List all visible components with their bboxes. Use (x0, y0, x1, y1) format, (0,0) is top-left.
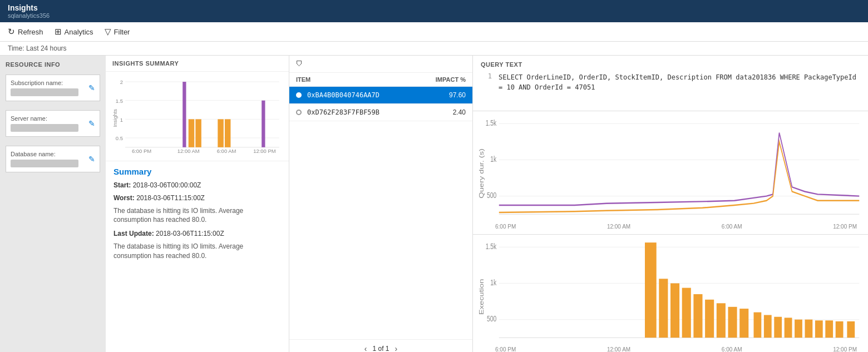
execution-chart-svg: 1.5k 1k 500 Execution (479, 238, 862, 347)
filter-icon: ▽ (105, 27, 111, 37)
svg-rect-40 (693, 294, 702, 338)
database-field: Database name: ✎ (6, 146, 100, 172)
insights-chart: 2 1.5 1 0.5 Insights (106, 72, 289, 161)
svg-text:Query dur. (s): Query dur. (s) (479, 148, 485, 199)
svg-text:1.5: 1.5 (116, 98, 123, 104)
svg-text:Execution: Execution (479, 279, 485, 314)
refresh-icon: ↻ (8, 27, 15, 37)
summary-worst: Worst: 2018-03-06T11:15:00Z (114, 194, 281, 203)
insights-chart-svg: 2 1.5 1 0.5 Insights (112, 76, 282, 154)
svg-rect-37 (659, 279, 668, 338)
query-line-num: 1 (481, 72, 492, 92)
duration-chart-x-labels: 6:00 PM 12:00 AM 6:00 AM 12:00 PM (479, 224, 862, 231)
query-text-title: QUERY TEXT (481, 61, 860, 68)
insights-panel: INSIGHTS SUMMARY 2 1.5 1 0.5 Insights (106, 56, 289, 352)
svg-text:6:00 PM: 6:00 PM (132, 148, 151, 154)
item-dot-2 (296, 110, 302, 115)
svg-rect-12 (195, 119, 201, 147)
subscription-edit-icon[interactable]: ✎ (88, 83, 95, 92)
items-table: 0xBA4B0B040746AA7D 97.60 0xD762F283F7FBF… (289, 87, 472, 339)
analytics-icon: ⊞ (55, 27, 62, 37)
svg-rect-42 (717, 303, 726, 338)
filter-label: Filter (114, 28, 130, 36)
summary-worst-value: 2018-03-06T11:15:00Z (136, 194, 205, 202)
refresh-button[interactable]: ↻ Refresh (8, 27, 43, 37)
database-value (11, 160, 78, 167)
summary-desc2: The database is hitting its IO limits. A… (114, 242, 281, 261)
svg-rect-48 (785, 318, 792, 338)
database-edit-icon[interactable]: ✎ (88, 155, 95, 163)
filter-button[interactable]: ▽ Filter (105, 27, 130, 37)
pagination-next-button[interactable]: › (395, 344, 398, 352)
query-text-content: SELECT OrderLineID, OrderID, StockItemID… (499, 72, 860, 92)
list-item[interactable]: 0xD762F283F7FBF59B 2.40 (289, 104, 472, 121)
list-item[interactable]: 0xBA4B0B040746AA7D 97.60 (289, 87, 472, 104)
col-impact-header: IMPACT % (427, 76, 466, 83)
svg-text:12:00 PM: 12:00 PM (253, 148, 276, 154)
server-label: Server name: (11, 115, 95, 122)
items-panel: ⛉ ITEM IMPACT % 0xBA4B0B040746AA7D 97.60… (289, 56, 473, 352)
item-name-1: 0xBA4B0B040746AA7D (307, 91, 421, 99)
summary-desc1: The database is hitting its IO limits. A… (114, 206, 281, 225)
right-panel: QUERY TEXT 1 SELECT OrderLineID, OrderID… (473, 56, 868, 352)
subscription-field: Subscription name: ✎ (6, 75, 100, 101)
time-label: Time: Last 24 hours (8, 44, 67, 52)
svg-text:1k: 1k (490, 278, 496, 287)
svg-rect-41 (705, 299, 714, 337)
svg-rect-47 (774, 316, 782, 337)
col-item-header: ITEM (296, 76, 421, 83)
insights-panel-title: INSIGHTS SUMMARY (106, 56, 289, 72)
app-title: Insights (8, 3, 860, 12)
svg-text:6:00 AM: 6:00 AM (217, 148, 236, 154)
analytics-button[interactable]: ⊞ Analytics (55, 27, 93, 37)
summary-worst-label: Worst: (114, 194, 135, 202)
svg-text:2: 2 (120, 79, 123, 85)
filter-small-icon: ⛉ (296, 60, 303, 68)
svg-rect-50 (805, 319, 813, 338)
svg-rect-15 (262, 101, 265, 147)
svg-rect-54 (847, 321, 855, 337)
items-pagination: ‹ 1 of 1 › (289, 339, 472, 352)
svg-text:0.5: 0.5 (116, 135, 123, 141)
server-value (11, 124, 78, 132)
svg-rect-14 (225, 119, 231, 147)
time-bar: Time: Last 24 hours (0, 42, 868, 56)
main-content: RESOURCE INFO Subscription name: ✎ Serve… (0, 56, 868, 352)
svg-rect-46 (764, 315, 772, 338)
subscription-label: Subscription name: (11, 80, 95, 86)
resource-panel-title: RESOURCE INFO (6, 61, 100, 68)
svg-rect-10 (183, 82, 186, 147)
svg-text:1.5k: 1.5k (486, 241, 497, 250)
items-panel-header: ⛉ (289, 56, 472, 73)
item-impact-2: 2.40 (427, 108, 466, 116)
execution-chart-x-labels: 6:00 PM 12:00 AM 6:00 AM 12:00 PM (479, 346, 862, 352)
svg-rect-52 (825, 320, 833, 338)
svg-rect-11 (189, 119, 195, 147)
right-charts: 1.5k 1k 500 Query dur. (s) 6 (473, 111, 868, 352)
svg-rect-43 (728, 306, 737, 337)
toolbar: ↻ Refresh ⊞ Analytics ▽ Filter (0, 22, 868, 42)
item-impact-1: 97.60 (427, 91, 466, 99)
svg-rect-51 (815, 320, 823, 338)
duration-chart-box: 1.5k 1k 500 Query dur. (s) 6 (473, 111, 868, 235)
svg-text:1k: 1k (490, 155, 496, 163)
query-line: 1 SELECT OrderLineID, OrderID, StockItem… (481, 72, 860, 92)
summary-title: Summary (114, 167, 281, 176)
svg-rect-53 (836, 321, 844, 337)
svg-text:Insights: Insights (112, 109, 118, 127)
svg-rect-13 (218, 119, 224, 147)
svg-rect-36 (645, 242, 657, 338)
pagination-label: 1 of 1 (372, 345, 389, 352)
svg-text:1: 1 (120, 117, 123, 123)
svg-rect-45 (754, 312, 762, 338)
subscription-value (11, 88, 78, 96)
svg-text:12:00 AM: 12:00 AM (177, 148, 200, 154)
summary-last-update-value: 2018-03-06T11:15:00Z (156, 230, 224, 237)
summary-start-value: 2018-03-06T00:00:00Z (133, 181, 201, 189)
svg-text:1.5k: 1.5k (486, 118, 497, 127)
svg-text:500: 500 (487, 314, 496, 323)
server-edit-icon[interactable]: ✎ (88, 119, 95, 128)
query-text-panel: QUERY TEXT 1 SELECT OrderLineID, OrderID… (473, 56, 868, 111)
summary-last-update-label: Last Update: (114, 230, 154, 237)
pagination-prev-button[interactable]: ‹ (364, 344, 367, 352)
